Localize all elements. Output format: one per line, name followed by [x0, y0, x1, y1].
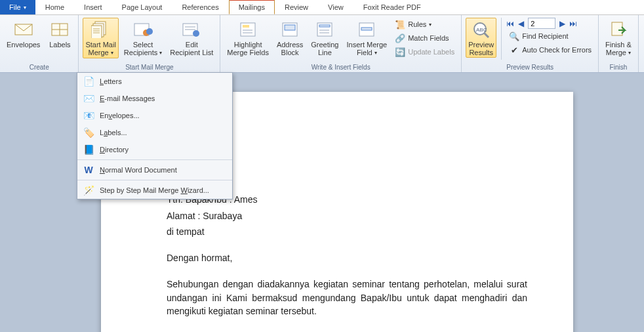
- doc-salutation: Dengan hormat,: [167, 251, 527, 264]
- group-label: Preview Results: [466, 63, 594, 72]
- find-icon: 🔍: [509, 31, 519, 41]
- match-icon: 🔗: [395, 33, 405, 43]
- finish-merge-button[interactable]: Finish & Merge ▾: [603, 18, 634, 58]
- auto-check-errors-button[interactable]: ✔Auto Check for Errors: [506, 43, 594, 56]
- start-mail-merge-button[interactable]: Start Mail Merge ▾: [83, 18, 118, 58]
- finish-icon: [608, 19, 629, 40]
- envelope-icon: 📧: [83, 110, 94, 121]
- address-block-icon: [279, 19, 300, 40]
- insert-merge-field-button[interactable]: Insert Merge Field ▾: [344, 18, 390, 58]
- svg-point-16: [193, 30, 199, 37]
- letter-icon: 📄: [83, 75, 94, 87]
- preview-results-button[interactable]: ABC Preview Results: [466, 18, 496, 58]
- select-recipients-button[interactable]: Select Recipients ▾: [121, 18, 165, 58]
- group-preview: ABC Preview Results ⏮ ◀ ▶ ⏭ 🔍Find Recipi…: [462, 15, 599, 72]
- svg-text:ABC: ABC: [476, 27, 487, 33]
- svg-rect-32: [612, 22, 622, 35]
- dd-wizard[interactable]: 🪄Step by Step Mail Merge Wizard...: [77, 182, 232, 199]
- svg-rect-24: [319, 25, 330, 27]
- tab-mailings[interactable]: Mailings: [229, 0, 275, 14]
- tab-home[interactable]: Home: [35, 0, 74, 14]
- group-label: Start Mail Merge: [83, 63, 216, 72]
- first-record-button[interactable]: ⏮: [506, 19, 514, 28]
- envelopes-button[interactable]: Envelopes: [4, 18, 43, 50]
- mailmerge-icon: [91, 19, 111, 40]
- update-icon: 🔄: [395, 47, 405, 57]
- group-label: Finish: [603, 63, 634, 72]
- tab-view[interactable]: View: [318, 0, 353, 14]
- preview-icon: ABC: [471, 19, 492, 40]
- labels-icon: 🏷️: [83, 127, 94, 138]
- dd-directory[interactable]: 📘Directory: [77, 141, 232, 158]
- next-record-button[interactable]: ▶: [559, 19, 565, 28]
- edit-recipient-list-button[interactable]: Edit Recipient List: [167, 18, 216, 58]
- tab-bar: File▾ Home Insert Page Layout References…: [0, 0, 644, 15]
- record-number-input[interactable]: [528, 18, 555, 29]
- greeting-line-button[interactable]: Greeting Line: [308, 18, 341, 58]
- svg-rect-18: [243, 25, 249, 28]
- rules-icon: 📜: [395, 19, 405, 30]
- dd-email[interactable]: ✉️E-mail Messages: [77, 90, 232, 107]
- tab-pagelayout[interactable]: Page Layout: [112, 0, 172, 14]
- update-labels-button: 🔄Update Labels: [392, 45, 457, 58]
- doc-line: di tempat: [167, 225, 527, 238]
- svg-point-12: [146, 28, 153, 35]
- tab-foxit[interactable]: Foxit Reader PDF: [353, 0, 431, 14]
- group-finish: Finish & Merge ▾ Finish: [599, 15, 639, 72]
- labels-icon: [49, 19, 70, 40]
- match-fields-button[interactable]: 🔗Match Fields: [392, 31, 457, 45]
- separator: [77, 180, 232, 180]
- wizard-icon: 🪄: [83, 184, 94, 196]
- check-icon: ✔: [509, 45, 519, 55]
- svg-line-30: [484, 33, 489, 37]
- tab-insert[interactable]: Insert: [74, 0, 112, 14]
- dd-letters[interactable]: 📄LLettersetters: [77, 73, 232, 90]
- dd-normal-doc[interactable]: WNormal Word Document: [77, 161, 232, 178]
- separator: [77, 159, 232, 160]
- dd-envelopes[interactable]: 📧Envelopes...: [77, 107, 232, 124]
- last-record-button[interactable]: ⏭: [569, 19, 577, 28]
- ribbon: Envelopes Labels Create Start Mail Merge…: [0, 15, 644, 73]
- highlight-icon: [237, 19, 258, 40]
- group-startmailmerge: Start Mail Merge ▾ Select Recipients ▾ E…: [79, 15, 220, 72]
- email-icon: ✉️: [83, 93, 94, 104]
- dd-labels[interactable]: 🏷️Labels...: [77, 124, 232, 141]
- edit-list-icon: [181, 19, 202, 40]
- svg-rect-6: [91, 26, 102, 38]
- recipients-icon: [132, 19, 153, 40]
- file-tab[interactable]: File▾: [0, 0, 35, 14]
- doc-paragraph: Sehubungan dengan diadakannya kegiatan s…: [167, 278, 527, 318]
- find-recipient-button[interactable]: 🔍Find Recipient: [506, 30, 594, 43]
- group-label: Write & Insert Fields: [224, 63, 457, 72]
- doc-line: Alamat : Surabaya: [167, 209, 527, 222]
- labels-button[interactable]: Labels: [45, 18, 74, 50]
- group-write-insert: Highlight Merge Fields Address Block Gre…: [220, 15, 462, 72]
- group-label: Create: [4, 63, 74, 72]
- group-create: Envelopes Labels Create: [0, 15, 79, 72]
- address-block-button[interactable]: Address Block: [274, 18, 306, 58]
- insert-field-icon: [356, 19, 377, 40]
- svg-rect-28: [361, 28, 372, 30]
- directory-icon: 📘: [83, 144, 94, 156]
- tab-references[interactable]: References: [172, 0, 228, 14]
- word-icon: W: [83, 164, 94, 176]
- prev-record-button[interactable]: ◀: [518, 19, 524, 28]
- envelope-icon: [13, 19, 34, 40]
- svg-rect-22: [285, 25, 295, 30]
- greeting-icon: [314, 19, 335, 40]
- tab-review[interactable]: Review: [275, 0, 318, 14]
- highlight-merge-fields-button[interactable]: Highlight Merge Fields: [224, 18, 272, 58]
- start-mail-merge-dropdown: 📄LLettersetters ✉️E-mail Messages 📧Envel…: [77, 72, 233, 199]
- record-nav: ⏮ ◀ ▶ ⏭: [506, 18, 594, 29]
- rules-button[interactable]: 📜Rules ▾: [392, 18, 457, 31]
